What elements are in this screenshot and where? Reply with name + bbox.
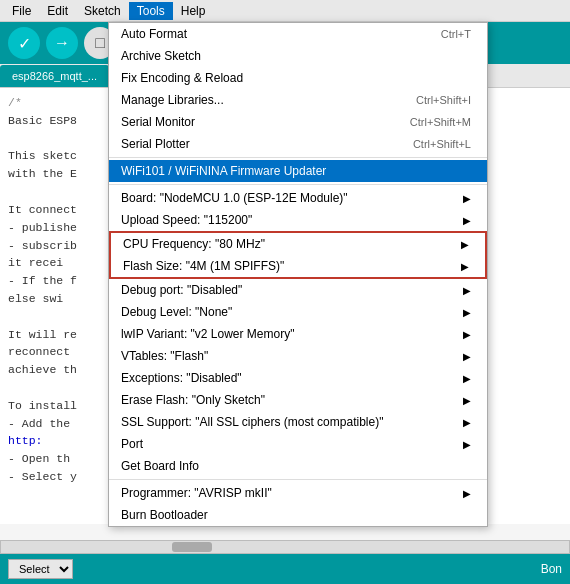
menu-manage-libraries[interactable]: Manage Libraries... Ctrl+Shift+I: [109, 89, 487, 111]
menu-debug-port[interactable]: Debug port: "Disabled" ▶: [109, 279, 487, 301]
scrollbar-thumb[interactable]: [172, 542, 212, 552]
menu-burn-bootloader[interactable]: Burn Bootloader: [109, 504, 487, 526]
upload-button[interactable]: →: [46, 27, 78, 59]
menu-fix-encoding[interactable]: Fix Encoding & Reload: [109, 67, 487, 89]
active-tab[interactable]: esp8266_mqtt_...: [0, 65, 109, 87]
bottom-bar: Select Bon: [0, 554, 570, 584]
bon-label: Bon: [541, 562, 562, 576]
menu-exceptions[interactable]: Exceptions: "Disabled" ▶: [109, 367, 487, 389]
menu-upload-speed[interactable]: Upload Speed: "115200" ▶: [109, 209, 487, 231]
menu-file[interactable]: File: [4, 2, 39, 20]
menu-tools[interactable]: Tools: [129, 2, 173, 20]
menu-flash-size[interactable]: Flash Size: "4M (1M SPIFFS)" ▶: [111, 255, 485, 277]
verify-button[interactable]: ✓: [8, 27, 40, 59]
divider-2: [109, 184, 487, 185]
menu-sketch[interactable]: Sketch: [76, 2, 129, 20]
menu-serial-monitor[interactable]: Serial Monitor Ctrl+Shift+M: [109, 111, 487, 133]
menu-ssl-support[interactable]: SSL Support: "All SSL ciphers (most comp…: [109, 411, 487, 433]
menu-debug-level[interactable]: Debug Level: "None" ▶: [109, 301, 487, 323]
menu-vtables[interactable]: VTables: "Flash" ▶: [109, 345, 487, 367]
tools-dropdown: Auto Format Ctrl+T Archive Sketch Fix En…: [108, 22, 488, 527]
highlight-box: CPU Frequency: "80 MHz" ▶ Flash Size: "4…: [109, 231, 487, 279]
menu-erase-flash[interactable]: Erase Flash: "Only Sketch" ▶: [109, 389, 487, 411]
divider-1: [109, 157, 487, 158]
menu-wifi-firmware[interactable]: WiFi101 / WiFiNINA Firmware Updater: [109, 160, 487, 182]
menu-lwip-variant[interactable]: lwIP Variant: "v2 Lower Memory" ▶: [109, 323, 487, 345]
menu-get-board-info[interactable]: Get Board Info: [109, 455, 487, 477]
divider-3: [109, 479, 487, 480]
menu-help[interactable]: Help: [173, 2, 214, 20]
select-dropdown[interactable]: Select: [8, 559, 73, 579]
menu-serial-plotter[interactable]: Serial Plotter Ctrl+Shift+L: [109, 133, 487, 155]
menu-auto-format[interactable]: Auto Format Ctrl+T: [109, 23, 487, 45]
horizontal-scrollbar[interactable]: [0, 540, 570, 554]
menubar: File Edit Sketch Tools Help: [0, 0, 570, 22]
menu-board[interactable]: Board: "NodeMCU 1.0 (ESP-12E Module)" ▶: [109, 187, 487, 209]
menu-cpu-frequency[interactable]: CPU Frequency: "80 MHz" ▶: [111, 233, 485, 255]
menu-archive-sketch[interactable]: Archive Sketch: [109, 45, 487, 67]
menu-port[interactable]: Port ▶: [109, 433, 487, 455]
menu-edit[interactable]: Edit: [39, 2, 76, 20]
menu-programmer[interactable]: Programmer: "AVRISP mkII" ▶: [109, 482, 487, 504]
